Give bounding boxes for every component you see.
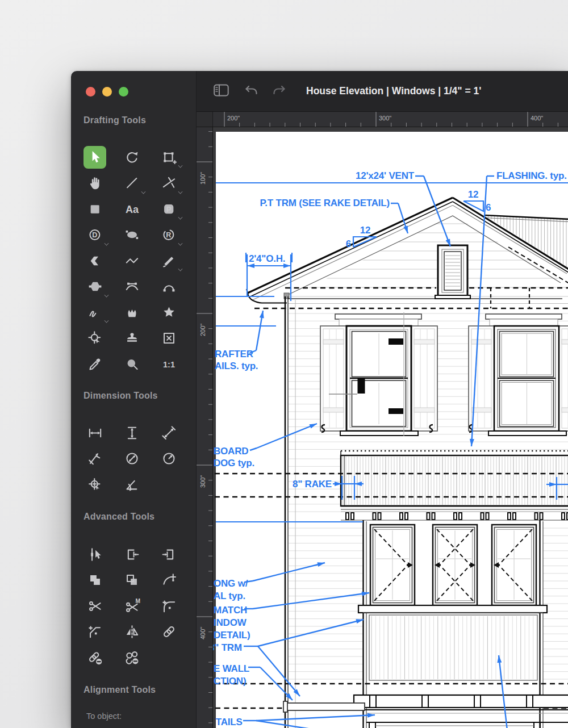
tool-double-line[interactable]: [157, 249, 180, 272]
tool-rotate[interactable]: [120, 146, 143, 169]
tool-dim-radius[interactable]: [157, 447, 180, 470]
tool-freehand[interactable]: [83, 301, 106, 324]
tool-trim-to-right[interactable]: [157, 543, 180, 566]
ruler-left-label: 100": [199, 172, 206, 185]
undo-icon[interactable]: [244, 83, 258, 99]
tool-arrow[interactable]: [83, 249, 106, 272]
sidebar-toggle-icon[interactable]: [214, 84, 229, 99]
tool-dim-aligned[interactable]: [157, 421, 180, 444]
ruler-corner: [197, 112, 213, 127]
gable-vent: [435, 245, 470, 299]
tool-delete-box[interactable]: [157, 327, 180, 350]
tool-star[interactable]: [157, 301, 180, 324]
slope-rise-left: 6: [346, 239, 351, 249]
chevron-down-icon: [105, 319, 108, 323]
tool-subtract[interactable]: [120, 569, 143, 592]
tool-link[interactable]: [157, 621, 180, 643]
dimension-overhang: 2'4"O.H.: [249, 253, 285, 264]
annotation-match_line3: DETAIL): [214, 630, 250, 641]
annotation-trm: 8" TRM: [213, 642, 242, 653]
zoom-button[interactable]: [119, 87, 128, 97]
tool-bezier[interactable]: [120, 275, 143, 298]
tool-rounded-rectangle[interactable]: R: [157, 224, 180, 246]
svg-text:R: R: [166, 231, 171, 239]
svg-text:M: M: [135, 598, 140, 604]
chevron-down-icon: [178, 190, 182, 194]
annotation-match_line1: MATCH: [214, 605, 247, 616]
chevron-down-icon: [141, 190, 145, 194]
tool-dim-ordinate[interactable]: [83, 473, 106, 496]
tool-zoom[interactable]: [120, 353, 143, 375]
annotation-ong_line2: AL typ.: [214, 591, 245, 601]
main-area: House Elevation | Windows | 1/4" = 1' 20…: [197, 71, 568, 728]
annotation-board_line1: BOARD: [214, 446, 248, 457]
document-title: House Elevation | Windows | 1/4" = 1': [306, 85, 482, 97]
tool-dim-angular[interactable]: [120, 473, 143, 496]
section-title-drafting: Drafting Tools: [83, 115, 146, 125]
water-table-trim: [283, 701, 365, 712]
ruler-left[interactable]: 100"200"300"400": [197, 127, 213, 728]
tool-pan[interactable]: [83, 172, 106, 195]
tool-text[interactable]: Aa: [120, 198, 143, 220]
tool-ellipse[interactable]: [120, 224, 143, 246]
tool-node-edit[interactable]: [83, 543, 106, 566]
tool-named-polygon[interactable]: P: [157, 198, 180, 220]
tool-dim-vertical[interactable]: [120, 421, 143, 444]
tool-dim-rotated[interactable]: [83, 447, 106, 470]
tool-construction-line[interactable]: [157, 172, 180, 195]
chevron-down-icon: [178, 241, 182, 245]
close-button[interactable]: [86, 87, 95, 97]
tool-multi-split[interactable]: M: [120, 595, 143, 617]
section-title-dimension: Dimension Tools: [83, 391, 158, 401]
tool-trim-to-left[interactable]: [120, 543, 143, 566]
app-window: Drafting Tools AaPDR1:1 Dimension Tools …: [71, 71, 568, 728]
tool-unlink[interactable]: [83, 646, 106, 669]
tool-chamfer[interactable]: [83, 621, 106, 643]
slope-rise-right: 6: [486, 202, 491, 213]
dimension-rake: 8" RAKE: [293, 479, 332, 489]
to-object-label: To object:: [86, 712, 122, 721]
tool-unlink-all[interactable]: [120, 646, 143, 669]
window-controls: [86, 87, 128, 97]
tool-polygon[interactable]: [83, 275, 106, 298]
annotation-pt_trm: P.T TRM (SEE RAKE DETAIL): [260, 198, 390, 208]
tool-dim-diameter[interactable]: [120, 447, 143, 470]
drawing-canvas[interactable]: 12'x24' VENTFLASHING. typ.P.T TRM (SEE R…: [213, 127, 568, 728]
slope-run-left: 12: [360, 225, 371, 236]
annotation-ong_line1: ONG w/: [214, 578, 248, 589]
tool-join[interactable]: [157, 569, 180, 592]
ruler-top[interactable]: 200"300"400": [197, 112, 568, 127]
ruler-top-label: 400": [531, 115, 543, 122]
tool-polyline[interactable]: [120, 249, 143, 272]
annotation-board_line2: DOG typ.: [214, 458, 254, 468]
minimize-button[interactable]: [102, 87, 112, 97]
annotation-rafter_line2: AILS. typ.: [215, 361, 258, 371]
tool-actual-size[interactable]: 1:1: [157, 353, 180, 375]
redo-icon[interactable]: [272, 83, 287, 99]
toolbox-sidebar: Drafting Tools AaPDR1:1 Dimension Tools …: [71, 71, 197, 728]
chevron-down-icon: [178, 215, 182, 219]
tool-closed-freehand[interactable]: [120, 301, 143, 324]
tool-rectangle[interactable]: [83, 198, 106, 220]
tool-mirror[interactable]: [120, 621, 143, 643]
tool-union[interactable]: [83, 569, 106, 592]
tool-fillet[interactable]: [157, 595, 180, 617]
tool-dim-horizontal[interactable]: [83, 421, 106, 444]
tool-circle-diameter[interactable]: D: [83, 224, 106, 246]
tool-snap-point[interactable]: [83, 327, 106, 350]
ruler-left-label: 200": [199, 324, 206, 336]
slope-run-right: 12: [468, 189, 479, 200]
tool-split[interactable]: [83, 595, 106, 617]
tool-eyedropper[interactable]: [83, 353, 106, 375]
tool-arc[interactable]: [157, 275, 180, 298]
tool-stamp[interactable]: [120, 327, 143, 350]
drafting-tool-grid: AaPDR1:1: [83, 146, 180, 375]
svg-text:1:1: 1:1: [163, 359, 175, 369]
svg-text:P: P: [166, 205, 171, 214]
ruler-left-label: 400": [199, 627, 206, 639]
ruler-top-label: 300": [379, 115, 391, 122]
dimension-tool-grid: [83, 421, 180, 496]
tool-transform[interactable]: [157, 146, 180, 169]
tool-select[interactable]: [83, 146, 106, 169]
tool-line[interactable]: [120, 172, 143, 195]
